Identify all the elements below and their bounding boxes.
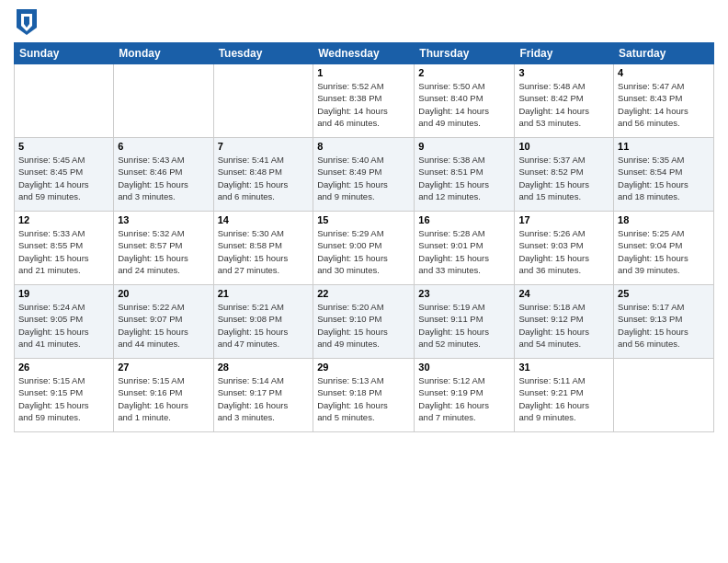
day-info: Sunrise: 5:29 AM Sunset: 9:00 PM Dayligh… <box>317 227 410 276</box>
calendar-header-row: SundayMondayTuesdayWednesdayThursdayFrid… <box>15 43 714 64</box>
calendar-cell: 28Sunrise: 5:14 AM Sunset: 9:17 PM Dayli… <box>213 359 313 432</box>
page: SundayMondayTuesdayWednesdayThursdayFrid… <box>0 0 728 563</box>
day-number: 4 <box>618 67 710 78</box>
calendar-cell: 7Sunrise: 5:41 AM Sunset: 8:48 PM Daylig… <box>213 138 313 212</box>
day-info: Sunrise: 5:40 AM Sunset: 8:49 PM Dayligh… <box>317 154 410 202</box>
calendar-cell: 31Sunrise: 5:11 AM Sunset: 9:21 PM Dayli… <box>515 359 614 432</box>
logo <box>14 9 37 35</box>
day-info: Sunrise: 5:33 AM Sunset: 8:55 PM Dayligh… <box>18 227 109 276</box>
calendar: SundayMondayTuesdayWednesdayThursdayFrid… <box>14 42 714 432</box>
calendar-cell <box>614 359 714 432</box>
calendar-cell: 19Sunrise: 5:24 AM Sunset: 9:05 PM Dayli… <box>15 285 114 359</box>
calendar-cell: 27Sunrise: 5:15 AM Sunset: 9:16 PM Dayli… <box>114 359 213 432</box>
day-number: 22 <box>317 288 410 299</box>
calendar-cell: 22Sunrise: 5:20 AM Sunset: 9:10 PM Dayli… <box>313 285 415 359</box>
calendar-cell: 17Sunrise: 5:26 AM Sunset: 9:03 PM Dayli… <box>515 212 614 285</box>
day-info: Sunrise: 5:30 AM Sunset: 8:58 PM Dayligh… <box>218 227 310 276</box>
day-number: 12 <box>18 214 109 225</box>
calendar-cell <box>213 64 313 138</box>
calendar-header-sunday: Sunday <box>15 43 114 64</box>
day-number: 25 <box>618 288 710 299</box>
day-info: Sunrise: 5:19 AM Sunset: 9:11 PM Dayligh… <box>418 301 510 350</box>
day-info: Sunrise: 5:13 AM Sunset: 9:18 PM Dayligh… <box>317 374 410 423</box>
day-number: 13 <box>118 214 209 225</box>
day-number: 20 <box>118 288 209 299</box>
day-number: 6 <box>118 141 209 152</box>
calendar-cell: 30Sunrise: 5:12 AM Sunset: 9:19 PM Dayli… <box>415 359 515 432</box>
calendar-cell: 26Sunrise: 5:15 AM Sunset: 9:15 PM Dayli… <box>15 359 114 432</box>
day-number: 3 <box>518 67 609 78</box>
calendar-week-3: 12Sunrise: 5:33 AM Sunset: 8:55 PM Dayli… <box>15 212 714 285</box>
calendar-header-friday: Friday <box>515 43 614 64</box>
calendar-cell: 5Sunrise: 5:45 AM Sunset: 8:45 PM Daylig… <box>15 138 114 212</box>
calendar-cell: 3Sunrise: 5:48 AM Sunset: 8:42 PM Daylig… <box>515 64 614 138</box>
day-info: Sunrise: 5:14 AM Sunset: 9:17 PM Dayligh… <box>218 374 310 423</box>
calendar-cell: 15Sunrise: 5:29 AM Sunset: 9:00 PM Dayli… <box>313 212 415 285</box>
day-number: 16 <box>418 214 510 225</box>
day-info: Sunrise: 5:45 AM Sunset: 8:45 PM Dayligh… <box>18 154 109 202</box>
day-number: 29 <box>317 362 410 373</box>
day-number: 14 <box>218 214 310 225</box>
day-info: Sunrise: 5:15 AM Sunset: 9:16 PM Dayligh… <box>118 374 209 423</box>
day-info: Sunrise: 5:20 AM Sunset: 9:10 PM Dayligh… <box>317 301 410 350</box>
day-number: 21 <box>218 288 310 299</box>
day-number: 24 <box>518 288 609 299</box>
day-info: Sunrise: 5:38 AM Sunset: 8:51 PM Dayligh… <box>418 154 510 202</box>
day-info: Sunrise: 5:41 AM Sunset: 8:48 PM Dayligh… <box>218 154 310 202</box>
day-number: 2 <box>418 67 510 78</box>
calendar-week-5: 26Sunrise: 5:15 AM Sunset: 9:15 PM Dayli… <box>15 359 714 432</box>
day-number: 27 <box>118 362 209 373</box>
day-number: 26 <box>18 362 109 373</box>
calendar-cell: 25Sunrise: 5:17 AM Sunset: 9:13 PM Dayli… <box>614 285 714 359</box>
calendar-cell: 24Sunrise: 5:18 AM Sunset: 9:12 PM Dayli… <box>515 285 614 359</box>
calendar-header-saturday: Saturday <box>614 43 714 64</box>
calendar-cell: 11Sunrise: 5:35 AM Sunset: 8:54 PM Dayli… <box>614 138 714 212</box>
calendar-cell: 18Sunrise: 5:25 AM Sunset: 9:04 PM Dayli… <box>614 212 714 285</box>
day-info: Sunrise: 5:22 AM Sunset: 9:07 PM Dayligh… <box>118 301 209 350</box>
day-number: 19 <box>18 288 109 299</box>
calendar-cell: 9Sunrise: 5:38 AM Sunset: 8:51 PM Daylig… <box>415 138 515 212</box>
day-info: Sunrise: 5:37 AM Sunset: 8:52 PM Dayligh… <box>518 154 609 202</box>
day-info: Sunrise: 5:32 AM Sunset: 8:57 PM Dayligh… <box>118 227 209 276</box>
day-number: 5 <box>18 141 109 152</box>
day-info: Sunrise: 5:26 AM Sunset: 9:03 PM Dayligh… <box>518 227 609 276</box>
day-number: 30 <box>418 362 510 373</box>
day-info: Sunrise: 5:50 AM Sunset: 8:40 PM Dayligh… <box>418 80 510 129</box>
calendar-cell: 4Sunrise: 5:47 AM Sunset: 8:43 PM Daylig… <box>614 64 714 138</box>
calendar-cell: 2Sunrise: 5:50 AM Sunset: 8:40 PM Daylig… <box>415 64 515 138</box>
header <box>14 9 714 35</box>
calendar-cell <box>15 64 114 138</box>
calendar-cell: 16Sunrise: 5:28 AM Sunset: 9:01 PM Dayli… <box>415 212 515 285</box>
day-number: 10 <box>518 141 609 152</box>
calendar-header-tuesday: Tuesday <box>213 43 313 64</box>
day-number: 23 <box>418 288 510 299</box>
day-number: 18 <box>618 214 710 225</box>
day-info: Sunrise: 5:15 AM Sunset: 9:15 PM Dayligh… <box>18 374 109 423</box>
day-info: Sunrise: 5:21 AM Sunset: 9:08 PM Dayligh… <box>218 301 310 350</box>
day-number: 1 <box>317 67 410 78</box>
calendar-cell: 10Sunrise: 5:37 AM Sunset: 8:52 PM Dayli… <box>515 138 614 212</box>
day-info: Sunrise: 5:25 AM Sunset: 9:04 PM Dayligh… <box>618 227 710 276</box>
day-number: 8 <box>317 141 410 152</box>
day-info: Sunrise: 5:18 AM Sunset: 9:12 PM Dayligh… <box>518 301 609 350</box>
day-number: 28 <box>218 362 310 373</box>
day-number: 11 <box>618 141 710 152</box>
calendar-cell: 6Sunrise: 5:43 AM Sunset: 8:46 PM Daylig… <box>114 138 213 212</box>
day-number: 9 <box>418 141 510 152</box>
day-info: Sunrise: 5:11 AM Sunset: 9:21 PM Dayligh… <box>518 374 609 423</box>
calendar-header-monday: Monday <box>114 43 213 64</box>
calendar-cell: 14Sunrise: 5:30 AM Sunset: 8:58 PM Dayli… <box>213 212 313 285</box>
day-info: Sunrise: 5:52 AM Sunset: 8:38 PM Dayligh… <box>317 80 410 129</box>
calendar-cell: 1Sunrise: 5:52 AM Sunset: 8:38 PM Daylig… <box>313 64 415 138</box>
calendar-cell: 23Sunrise: 5:19 AM Sunset: 9:11 PM Dayli… <box>415 285 515 359</box>
calendar-cell: 12Sunrise: 5:33 AM Sunset: 8:55 PM Dayli… <box>15 212 114 285</box>
day-info: Sunrise: 5:48 AM Sunset: 8:42 PM Dayligh… <box>518 80 609 129</box>
calendar-week-4: 19Sunrise: 5:24 AM Sunset: 9:05 PM Dayli… <box>15 285 714 359</box>
calendar-cell: 8Sunrise: 5:40 AM Sunset: 8:49 PM Daylig… <box>313 138 415 212</box>
day-number: 15 <box>317 214 410 225</box>
day-info: Sunrise: 5:35 AM Sunset: 8:54 PM Dayligh… <box>618 154 710 202</box>
day-info: Sunrise: 5:24 AM Sunset: 9:05 PM Dayligh… <box>18 301 109 350</box>
calendar-cell: 29Sunrise: 5:13 AM Sunset: 9:18 PM Dayli… <box>313 359 415 432</box>
calendar-week-2: 5Sunrise: 5:45 AM Sunset: 8:45 PM Daylig… <box>15 138 714 212</box>
calendar-cell: 20Sunrise: 5:22 AM Sunset: 9:07 PM Dayli… <box>114 285 213 359</box>
